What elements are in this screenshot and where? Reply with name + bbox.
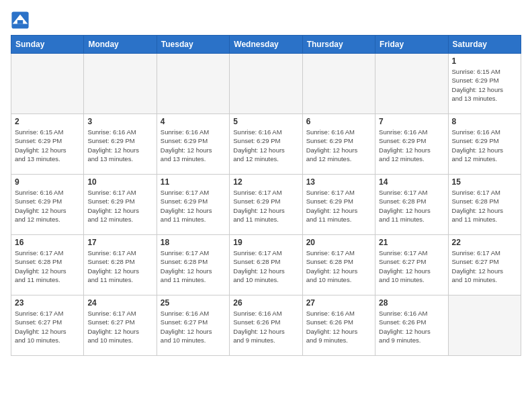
day-cell: 11Sunrise: 6:17 AM Sunset: 6:29 PM Dayli…: [157, 175, 229, 235]
day-cell: 5Sunrise: 6:16 AM Sunset: 6:29 PM Daylig…: [230, 114, 302, 175]
day-number: 8: [452, 117, 517, 126]
day-number: 14: [379, 177, 444, 187]
day-cell: 6Sunrise: 6:16 AM Sunset: 6:29 PM Daylig…: [302, 114, 375, 175]
day-info: Sunrise: 6:16 AM Sunset: 6:26 PM Dayligh…: [306, 309, 371, 345]
day-number: 15: [452, 177, 517, 187]
day-number: 4: [161, 117, 226, 126]
day-number: 7: [379, 117, 444, 126]
day-info: Sunrise: 6:17 AM Sunset: 6:28 PM Dayligh…: [306, 248, 371, 284]
day-cell: 19Sunrise: 6:17 AM Sunset: 6:28 PM Dayli…: [230, 235, 302, 295]
day-info: Sunrise: 6:16 AM Sunset: 6:29 PM Dayligh…: [161, 128, 226, 163]
day-number: 9: [15, 177, 80, 187]
day-info: Sunrise: 6:16 AM Sunset: 6:29 PM Dayligh…: [452, 128, 517, 163]
day-cell: 13Sunrise: 6:17 AM Sunset: 6:29 PM Dayli…: [302, 175, 375, 235]
day-info: Sunrise: 6:16 AM Sunset: 6:29 PM Dayligh…: [15, 188, 80, 224]
calendar-body: 1Sunrise: 6:15 AM Sunset: 6:29 PM Daylig…: [11, 54, 521, 356]
weekday-header-saturday: Saturday: [448, 36, 521, 54]
day-number: 1: [452, 56, 517, 66]
svg-rect-2: [17, 20, 23, 24]
day-number: 17: [87, 238, 152, 247]
day-cell: 8Sunrise: 6:16 AM Sunset: 6:29 PM Daylig…: [448, 114, 521, 175]
day-info: Sunrise: 6:17 AM Sunset: 6:28 PM Dayligh…: [379, 188, 444, 224]
day-number: 3: [87, 117, 152, 126]
day-cell: 3Sunrise: 6:16 AM Sunset: 6:29 PM Daylig…: [84, 114, 157, 175]
day-number: 23: [15, 298, 80, 308]
day-info: Sunrise: 6:17 AM Sunset: 6:28 PM Dayligh…: [161, 248, 226, 284]
day-info: Sunrise: 6:15 AM Sunset: 6:29 PM Dayligh…: [452, 67, 517, 103]
weekday-header-thursday: Thursday: [302, 36, 375, 54]
day-cell: [375, 54, 448, 114]
day-number: 25: [161, 298, 226, 308]
week-row-5: 23Sunrise: 6:17 AM Sunset: 6:27 PM Dayli…: [11, 295, 521, 356]
day-number: 2: [15, 117, 80, 126]
day-info: Sunrise: 6:17 AM Sunset: 6:27 PM Dayligh…: [452, 248, 517, 284]
day-cell: 21Sunrise: 6:17 AM Sunset: 6:27 PM Dayli…: [375, 235, 448, 295]
day-cell: 25Sunrise: 6:16 AM Sunset: 6:27 PM Dayli…: [157, 295, 229, 356]
day-cell: [157, 54, 229, 114]
day-cell: 7Sunrise: 6:16 AM Sunset: 6:29 PM Daylig…: [375, 114, 448, 175]
day-cell: 15Sunrise: 6:17 AM Sunset: 6:28 PM Dayli…: [448, 175, 521, 235]
day-cell: [230, 54, 302, 114]
day-info: Sunrise: 6:16 AM Sunset: 6:29 PM Dayligh…: [87, 128, 152, 163]
day-number: 22: [452, 238, 517, 247]
day-number: 26: [233, 298, 298, 308]
header: [11, 11, 521, 30]
day-cell: 1Sunrise: 6:15 AM Sunset: 6:29 PM Daylig…: [448, 54, 521, 114]
day-info: Sunrise: 6:16 AM Sunset: 6:27 PM Dayligh…: [161, 309, 226, 345]
day-info: Sunrise: 6:15 AM Sunset: 6:29 PM Dayligh…: [15, 128, 80, 163]
day-cell: [11, 54, 84, 114]
day-cell: 10Sunrise: 6:17 AM Sunset: 6:29 PM Dayli…: [84, 175, 157, 235]
day-info: Sunrise: 6:16 AM Sunset: 6:29 PM Dayligh…: [233, 128, 298, 163]
weekday-header-sunday: Sunday: [11, 36, 84, 54]
weekday-header-wednesday: Wednesday: [230, 36, 302, 54]
day-cell: 22Sunrise: 6:17 AM Sunset: 6:27 PM Dayli…: [448, 235, 521, 295]
day-cell: [448, 295, 521, 356]
weekday-header-friday: Friday: [375, 36, 448, 54]
day-number: 24: [87, 298, 152, 308]
day-cell: 20Sunrise: 6:17 AM Sunset: 6:28 PM Dayli…: [302, 235, 375, 295]
day-cell: 18Sunrise: 6:17 AM Sunset: 6:28 PM Dayli…: [157, 235, 229, 295]
day-info: Sunrise: 6:17 AM Sunset: 6:28 PM Dayligh…: [233, 248, 298, 284]
week-row-3: 9Sunrise: 6:16 AM Sunset: 6:29 PM Daylig…: [11, 175, 521, 235]
day-number: 10: [87, 177, 152, 187]
day-cell: 17Sunrise: 6:17 AM Sunset: 6:28 PM Dayli…: [84, 235, 157, 295]
day-number: 13: [306, 177, 371, 187]
day-info: Sunrise: 6:17 AM Sunset: 6:27 PM Dayligh…: [379, 248, 444, 284]
day-info: Sunrise: 6:16 AM Sunset: 6:29 PM Dayligh…: [306, 128, 371, 163]
weekday-header-monday: Monday: [84, 36, 157, 54]
day-cell: 2Sunrise: 6:15 AM Sunset: 6:29 PM Daylig…: [11, 114, 84, 175]
day-number: 11: [161, 177, 226, 187]
day-info: Sunrise: 6:17 AM Sunset: 6:28 PM Dayligh…: [452, 188, 517, 224]
day-info: Sunrise: 6:17 AM Sunset: 6:28 PM Dayligh…: [15, 248, 80, 284]
day-cell: 26Sunrise: 6:16 AM Sunset: 6:26 PM Dayli…: [230, 295, 302, 356]
weekday-header-tuesday: Tuesday: [157, 36, 229, 54]
day-info: Sunrise: 6:17 AM Sunset: 6:28 PM Dayligh…: [87, 248, 152, 284]
day-cell: 12Sunrise: 6:17 AM Sunset: 6:29 PM Dayli…: [230, 175, 302, 235]
day-info: Sunrise: 6:16 AM Sunset: 6:26 PM Dayligh…: [233, 309, 298, 345]
day-number: 16: [15, 238, 80, 247]
week-row-1: 1Sunrise: 6:15 AM Sunset: 6:29 PM Daylig…: [11, 54, 521, 114]
day-info: Sunrise: 6:17 AM Sunset: 6:29 PM Dayligh…: [306, 188, 371, 224]
day-cell: 14Sunrise: 6:17 AM Sunset: 6:28 PM Dayli…: [375, 175, 448, 235]
day-number: 28: [379, 298, 444, 308]
day-number: 6: [306, 117, 371, 126]
day-number: 5: [233, 117, 298, 126]
day-cell: 27Sunrise: 6:16 AM Sunset: 6:26 PM Dayli…: [302, 295, 375, 356]
day-number: 19: [233, 238, 298, 247]
day-cell: 24Sunrise: 6:17 AM Sunset: 6:27 PM Dayli…: [84, 295, 157, 356]
day-cell: 28Sunrise: 6:16 AM Sunset: 6:26 PM Dayli…: [375, 295, 448, 356]
day-number: 18: [161, 238, 226, 247]
day-number: 20: [306, 238, 371, 247]
week-row-4: 16Sunrise: 6:17 AM Sunset: 6:28 PM Dayli…: [11, 235, 521, 295]
day-cell: 16Sunrise: 6:17 AM Sunset: 6:28 PM Dayli…: [11, 235, 84, 295]
weekday-header-row: SundayMondayTuesdayWednesdayThursdayFrid…: [11, 36, 521, 54]
week-row-2: 2Sunrise: 6:15 AM Sunset: 6:29 PM Daylig…: [11, 114, 521, 175]
day-cell: 23Sunrise: 6:17 AM Sunset: 6:27 PM Dayli…: [11, 295, 84, 356]
day-info: Sunrise: 6:17 AM Sunset: 6:29 PM Dayligh…: [161, 188, 226, 224]
day-cell: 4Sunrise: 6:16 AM Sunset: 6:29 PM Daylig…: [157, 114, 229, 175]
day-info: Sunrise: 6:17 AM Sunset: 6:29 PM Dayligh…: [233, 188, 298, 224]
day-cell: [84, 54, 157, 114]
logo: [11, 11, 32, 30]
logo-icon: [11, 11, 30, 30]
day-cell: 9Sunrise: 6:16 AM Sunset: 6:29 PM Daylig…: [11, 175, 84, 235]
